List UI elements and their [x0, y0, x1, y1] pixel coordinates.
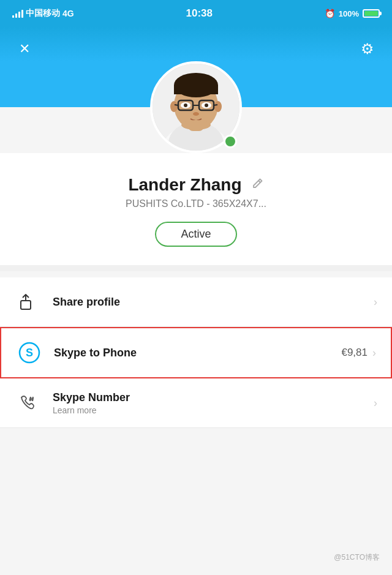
- share-profile-right: ›: [374, 296, 377, 309]
- company-name: PUSHITS Co.LTD - 365X24X7...: [18, 198, 374, 209]
- edit-button[interactable]: [251, 177, 264, 194]
- battery-icon: [363, 9, 380, 18]
- carrier-label: 中国移动: [26, 8, 60, 19]
- pencil-icon: [251, 177, 264, 190]
- skype-to-phone-item[interactable]: S Skype to Phone €9,81 ›: [0, 327, 392, 378]
- divider-1: [0, 265, 392, 271]
- phone-hash-icon: [15, 389, 42, 416]
- avatar-outer: [0, 61, 392, 153]
- skype-credit-amount: €9,81: [341, 347, 368, 359]
- skype-number-right: ›: [374, 397, 377, 410]
- status-badge[interactable]: Active: [155, 222, 236, 247]
- settings-button[interactable]: ⚙: [355, 37, 380, 61]
- svg-point-18: [193, 112, 199, 116]
- header-section: ✕ ⚙: [0, 27, 392, 61]
- status-bar: 中国移动 4G 10:38 ⏰ 100%: [0, 0, 392, 27]
- svg-point-7: [170, 101, 178, 112]
- signal-bars: [12, 9, 23, 18]
- share-profile-item[interactable]: Share profile ›: [0, 277, 392, 327]
- svg-text:S: S: [26, 347, 33, 359]
- name-row: Lander Zhang: [18, 175, 374, 195]
- phone-hash-svg: [18, 393, 39, 413]
- status-time: 10:38: [186, 7, 212, 20]
- battery-percent: 100%: [339, 9, 359, 18]
- skype-number-subtitle: Learn more: [53, 405, 363, 415]
- svg-point-8: [214, 101, 222, 112]
- svg-line-20: [258, 181, 260, 182]
- user-name: Lander Zhang: [128, 175, 241, 195]
- svg-line-25: [30, 397, 31, 401]
- skype-to-phone-text: Skype to Phone: [54, 347, 330, 359]
- svg-point-19: [181, 120, 211, 130]
- signal-bar-4: [21, 10, 23, 18]
- skype-number-chevron: ›: [374, 397, 377, 410]
- svg-point-17: [205, 103, 208, 107]
- status-left: 中国移动 4G: [12, 8, 74, 19]
- alarm-icon: ⏰: [325, 9, 335, 18]
- signal-bar-1: [12, 15, 14, 18]
- skype-to-phone-right: €9,81 ›: [341, 347, 376, 359]
- share-svg: [18, 292, 38, 312]
- avatar-wrapper: [150, 61, 242, 153]
- share-chevron: ›: [374, 296, 377, 309]
- skype-icon: S: [16, 339, 43, 366]
- profile-info: Lander Zhang PUSHITS Co.LTD - 365X24X7..…: [0, 153, 392, 265]
- battery-indicator: [363, 9, 380, 18]
- signal-bar-3: [18, 12, 20, 18]
- skype-number-title: Skype Number: [53, 391, 363, 404]
- online-indicator: [224, 135, 237, 148]
- actions-list: Share profile › S Skype to Phone €9,81 ›: [0, 277, 392, 428]
- status-right: ⏰ 100%: [325, 9, 380, 18]
- skype-svg: S: [18, 342, 40, 364]
- share-profile-title: Share profile: [53, 296, 363, 309]
- skype-number-text: Skype Number Learn more: [53, 391, 363, 415]
- svg-rect-6: [174, 85, 218, 94]
- skype-to-phone-title: Skype to Phone: [54, 347, 330, 359]
- skype-chevron: ›: [372, 347, 376, 359]
- battery-fill: [364, 11, 378, 16]
- signal-bar-2: [15, 13, 17, 18]
- svg-line-12: [175, 105, 178, 105]
- share-profile-text: Share profile: [53, 296, 363, 309]
- close-button[interactable]: ✕: [12, 37, 37, 61]
- svg-line-13: [214, 105, 217, 105]
- svg-line-26: [32, 397, 33, 401]
- share-icon: [15, 288, 42, 315]
- svg-rect-21: [21, 301, 31, 309]
- skype-number-item[interactable]: Skype Number Learn more ›: [0, 378, 392, 428]
- network-label: 4G: [62, 9, 74, 18]
- svg-point-15: [184, 103, 187, 107]
- watermark: @51CTO博客: [334, 552, 380, 563]
